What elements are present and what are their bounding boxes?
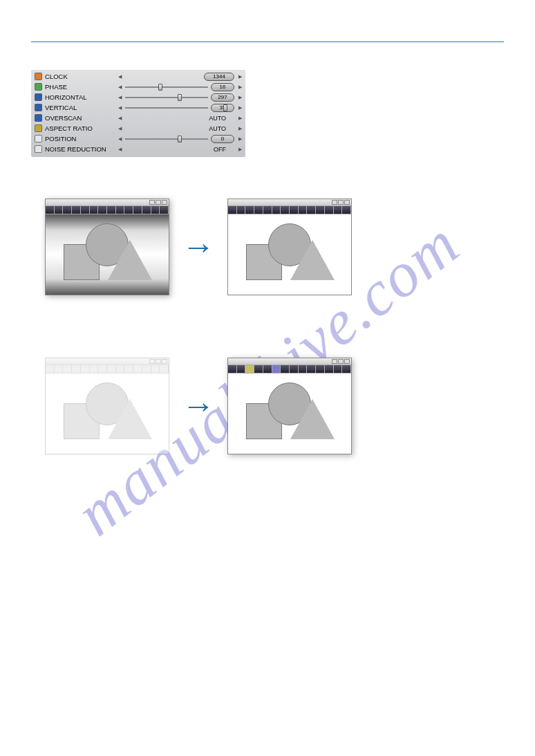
aspect-ratio-icon [34,125,42,133]
arrow-right-icon[interactable]: ▶ [237,126,243,131]
arrow-right-icon[interactable]: ▶ [237,95,243,100]
osd-row-aspect-ratio: ASPECT RATIO◀AUTO▶ [34,123,243,133]
arrow-left-icon[interactable]: ◀ [117,74,122,80]
illustrations: → [31,199,504,454]
arrow-left-icon[interactable]: ◀ [117,136,122,142]
vertical-icon [34,104,42,112]
option-value: AUTO [209,125,234,132]
arrow-left-icon[interactable]: ◀ [117,95,122,100]
osd-label: CLOCK [45,73,114,80]
phase-illustration-row: → [45,358,504,454]
window-after-phase [227,358,352,454]
osd-menu-panel: CLOCK◀1344▶PHASE◀16▶HORIZONTAL◀297▶VERTI… [31,70,245,157]
window-after-clock [227,199,352,295]
arrow-right-icon[interactable]: ▶ [237,84,243,90]
svg-rect-4 [35,115,41,122]
overscan-icon [34,114,42,122]
arrow-right-icon[interactable]: ▶ [237,105,243,111]
value-pill: 297 [211,93,234,102]
window-before-clock [45,199,169,295]
osd-control[interactable]: 35 [125,104,234,112]
value-pill: 0 [211,135,234,143]
osd-control[interactable]: AUTO [125,125,234,133]
svg-rect-2 [35,94,41,101]
osd-label: PHASE [45,83,114,91]
svg-rect-7 [35,146,41,153]
osd-label: NOISE REDUCTION [45,145,114,153]
osd-label: VERTICAL [45,104,114,111]
svg-rect-1 [35,84,41,91]
osd-label: ASPECT RATIO [45,125,114,132]
osd-label: HORIZONTAL [45,93,114,101]
arrow-left-icon[interactable]: ◀ [117,84,122,90]
osd-control[interactable]: AUTO [125,114,234,122]
osd-control[interactable]: 0 [125,135,234,143]
svg-rect-3 [35,104,41,111]
arrow-left-icon[interactable]: ◀ [117,116,122,121]
arrow-icon: → [182,389,215,423]
noise-reduction-icon [34,145,42,154]
osd-control[interactable]: 1344 [125,73,234,81]
position-icon [34,135,42,143]
phase-icon [34,83,42,91]
arrow-right-icon[interactable]: ▶ [237,116,243,121]
value-pill: 1344 [204,73,234,81]
arrow-right-icon[interactable]: ▶ [237,74,243,80]
osd-label: OVERSCAN [45,114,114,122]
svg-rect-0 [35,73,41,80]
osd-row-phase: PHASE◀16▶ [34,82,243,92]
osd-row-overscan: OVERSCAN◀AUTO▶ [34,113,243,123]
arrow-right-icon[interactable]: ▶ [237,147,243,152]
svg-rect-6 [35,136,41,142]
clock-illustration-row: → [45,199,504,295]
option-value: AUTO [209,115,234,122]
value-pill: 16 [211,83,234,91]
arrow-left-icon[interactable]: ◀ [117,126,122,131]
osd-row-vertical: VERTICAL◀35▶ [34,102,243,113]
clock-icon [34,73,42,81]
osd-control[interactable]: OFF [125,145,234,154]
horizontal-icon [34,93,42,102]
arrow-left-icon[interactable]: ◀ [117,105,122,111]
header-rule [31,42,504,42]
osd-control[interactable]: 16 [125,83,234,91]
osd-row-noise-reduction: NOISE REDUCTION◀OFF▶ [34,144,243,154]
osd-control[interactable]: 297 [125,93,234,102]
value-pill: 35 [211,104,234,112]
osd-row-horizontal: HORIZONTAL◀297▶ [34,92,243,102]
arrow-left-icon[interactable]: ◀ [117,147,122,152]
svg-rect-5 [35,125,41,132]
window-before-phase [45,358,169,454]
osd-row-position: POSITION◀0▶ [34,133,243,144]
option-value: OFF [214,146,234,153]
arrow-icon: → [182,230,215,264]
osd-row-clock: CLOCK◀1344▶ [34,71,243,82]
arrow-right-icon[interactable]: ▶ [237,136,243,142]
osd-label: POSITION [45,135,114,142]
